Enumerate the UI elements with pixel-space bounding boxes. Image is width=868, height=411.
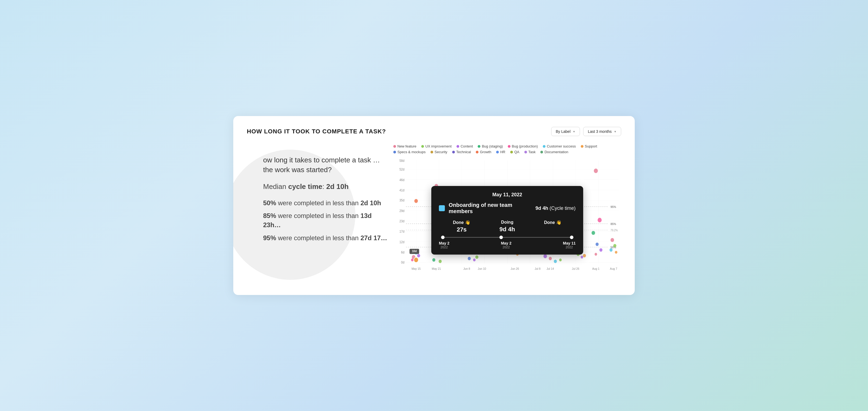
legend-label: Security <box>435 150 447 154</box>
median-value: 2d 10h <box>326 183 348 191</box>
svg-point-49 <box>543 254 547 258</box>
tooltip-task-name: Onboarding of new team members <box>448 202 532 215</box>
svg-point-62 <box>595 253 597 256</box>
legend-label: Task <box>528 150 536 154</box>
svg-text:23d: 23d <box>399 219 404 223</box>
legend: New featureUX improvementContentBug (sta… <box>393 144 621 154</box>
legend-label: Bug (production) <box>512 144 538 148</box>
legend-label: Documentation <box>545 150 568 154</box>
cycle-label: (Cycle time) <box>550 205 576 211</box>
svg-text:17d: 17d <box>399 229 404 233</box>
legend-item: HR <box>496 150 505 154</box>
legend-item: UX improvement <box>421 144 452 148</box>
legend-label: HR <box>500 150 505 154</box>
legend-label: Bug (staging) <box>482 144 503 148</box>
svg-text:46d: 46d <box>399 178 404 182</box>
svg-text:May 15: May 15 <box>411 267 421 271</box>
legend-dot <box>496 151 499 153</box>
left-panel: ow long it takes to complete a task …the… <box>247 144 388 273</box>
date-2: May 2 2022 <box>501 241 512 249</box>
pct-50: 50% <box>263 199 276 207</box>
svg-point-61 <box>599 248 602 252</box>
svg-text:Jul 26: Jul 26 <box>572 267 579 271</box>
timeline-dot-start <box>441 235 444 239</box>
stat-50: 50% were completed in less than 2d 10h <box>263 198 388 208</box>
svg-point-48 <box>554 260 557 263</box>
legend-dot <box>393 145 396 148</box>
group-by-label: By Label <box>556 129 570 134</box>
svg-text:12d: 12d <box>399 240 404 244</box>
svg-text:Aug 7: Aug 7 <box>610 267 617 271</box>
legend-label: Growth <box>480 150 491 154</box>
svg-text:58d: 58d <box>399 159 404 163</box>
svg-text:Jun 10: Jun 10 <box>478 267 486 271</box>
svg-text:95%: 95% <box>611 205 616 209</box>
page-title: HOW LONG IT TOOK TO COMPLETE A TASK? <box>247 128 386 135</box>
svg-text:0d: 0d <box>401 260 404 264</box>
svg-point-41 <box>475 255 478 259</box>
legend-label: Content <box>461 144 473 148</box>
cycle-time-label: cycle time <box>288 183 322 191</box>
svg-point-57 <box>594 169 598 173</box>
pct-85: 85% <box>263 212 276 219</box>
legend-dot <box>452 151 455 153</box>
legend-label: Technical <box>456 150 471 154</box>
legend-item: Bug (production) <box>508 144 538 148</box>
svg-point-55 <box>581 256 583 259</box>
description-text: ow long it takes to complete a task …the… <box>263 155 388 175</box>
svg-text:41d: 41d <box>399 188 404 192</box>
svg-text:May 21: May 21 <box>432 267 441 271</box>
legend-dot <box>543 145 546 148</box>
legend-dot <box>508 145 510 148</box>
legend-item: Support <box>581 144 597 148</box>
chart-area: 0d 6d 12d 17d 23d 29d 35d 41d 46d 52d 58… <box>393 159 621 273</box>
val-50: 2d 10h <box>361 199 381 207</box>
svg-text:29d: 29d <box>399 209 404 213</box>
legend-dot <box>476 151 478 153</box>
legend-item: New feature <box>393 144 416 148</box>
legend-dot <box>393 151 396 153</box>
svg-point-65 <box>610 248 613 252</box>
date-3: May 11 2022 <box>563 241 576 249</box>
legend-item: Security <box>431 150 447 154</box>
svg-text:Jul 8: Jul 8 <box>535 267 540 271</box>
svg-point-60 <box>596 243 599 246</box>
timeline-dot-mid <box>499 235 503 239</box>
legend-item: Content <box>457 144 473 148</box>
median-text: Median cycle time: 2d 10h <box>263 183 388 191</box>
val-85: 13d 23h… <box>263 212 372 228</box>
chevron-down-icon: ▼ <box>572 130 575 133</box>
svg-point-67 <box>414 257 418 262</box>
svg-text:6d: 6d <box>401 250 404 254</box>
legend-dot <box>540 151 543 153</box>
svg-text:35d: 35d <box>399 198 404 202</box>
legend-dot <box>581 145 584 148</box>
stat-95: 95% were completed in less than 27d 17… <box>263 233 388 243</box>
time-range-button[interactable]: Last 3 months ▼ <box>583 127 621 136</box>
svg-text:52d: 52d <box>399 167 404 171</box>
svg-text:Jun 8: Jun 8 <box>463 267 470 271</box>
svg-point-40 <box>468 257 471 260</box>
svg-point-50 <box>559 259 561 262</box>
group-by-button[interactable]: By Label ▼ <box>551 127 580 136</box>
legend-label: Specs & mockups <box>397 150 426 154</box>
legend-dot <box>431 151 433 153</box>
legend-dot <box>457 145 459 148</box>
legend-label: Customer success <box>547 144 576 148</box>
legend-item: Growth <box>476 150 491 154</box>
card-header: HOW LONG IT TOOK TO COMPLETE A TASK? By … <box>247 127 621 136</box>
pct-95: 95% <box>263 234 276 242</box>
legend-item: Specs & mockups <box>393 150 426 154</box>
svg-text:Aug 1: Aug 1 <box>592 267 599 271</box>
legend-item: QA <box>510 150 520 154</box>
tooltip-date: May 11, 2022 <box>439 192 576 198</box>
legend-label: QA <box>514 150 520 154</box>
svg-point-37 <box>432 258 435 262</box>
legend-item: Technical <box>452 150 471 154</box>
tooltip-main-row: Onboarding of new team members 9d 4h (Cy… <box>439 202 576 215</box>
svg-point-63 <box>611 238 614 242</box>
legend-dot <box>510 151 513 153</box>
header-controls: By Label ▼ Last 3 months ▼ <box>551 127 621 136</box>
left-content: ow long it takes to complete a task …the… <box>247 150 388 242</box>
timeline-track <box>442 237 573 238</box>
